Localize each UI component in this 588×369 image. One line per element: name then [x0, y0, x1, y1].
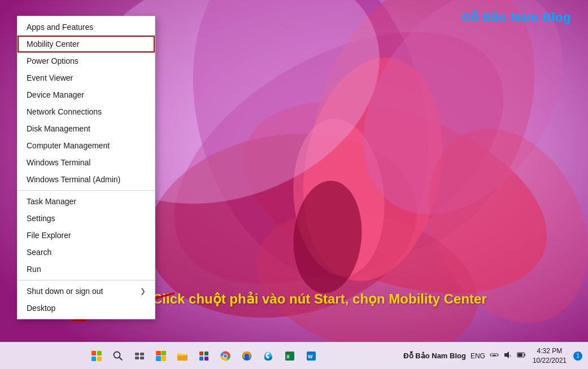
menu-separator-1	[18, 190, 155, 191]
menu-item-windows-terminal[interactable]: Windows Terminal	[18, 154, 155, 171]
menu-item-desktop[interactable]: Desktop	[18, 300, 155, 317]
menu-separator-2	[18, 280, 155, 280]
submenu-arrow-icon: ❯	[140, 287, 146, 295]
task-view-icon	[134, 351, 145, 361]
file-explorer-button[interactable]	[172, 346, 193, 366]
menu-item-run[interactable]: Run	[18, 261, 155, 278]
menu-item-settings[interactable]: Settings	[18, 210, 155, 227]
annotation-text: Click chuột phải vào nút Start, chọn Mob…	[153, 291, 487, 307]
menu-item-apps-features[interactable]: Apps and Features	[18, 19, 155, 36]
svg-text:X: X	[286, 354, 290, 359]
excel-icon: X	[285, 351, 295, 361]
menu-item-disk-management[interactable]: Disk Management	[18, 120, 155, 137]
firefox-icon	[241, 350, 252, 362]
svg-rect-23	[204, 352, 208, 355]
menu-item-task-manager[interactable]: Task Manager	[18, 193, 155, 210]
svg-point-28	[224, 354, 227, 358]
clock-date: 10/22/2021	[533, 356, 567, 366]
svg-rect-17	[135, 353, 139, 355]
firefox-button[interactable]	[237, 346, 257, 366]
menu-item-windows-terminal-admin[interactable]: Windows Terminal (Admin)	[18, 171, 155, 188]
svg-rect-36	[493, 355, 496, 356]
system-clock[interactable]: 4:32 PM 10/22/2021	[530, 345, 569, 367]
svg-rect-20	[140, 357, 144, 359]
menu-item-shut-down[interactable]: Shut down or sign out ❯	[18, 283, 155, 300]
taskbar: X W Đỗ Bảo Nam Blog ENG	[0, 342, 588, 369]
svg-rect-18	[140, 353, 144, 355]
svg-rect-25	[204, 357, 208, 361]
network-icon[interactable]	[490, 350, 499, 361]
excel-button[interactable]: X	[280, 346, 300, 366]
battery-icon[interactable]	[517, 350, 526, 361]
menu-item-network-connections[interactable]: Network Connections	[18, 103, 155, 120]
office-button[interactable]	[194, 346, 214, 366]
menu-item-search[interactable]: Search	[18, 244, 155, 261]
task-view-button[interactable]	[129, 346, 150, 366]
edge-icon	[263, 350, 274, 362]
clock-time: 4:32 PM	[533, 346, 567, 356]
search-icon	[113, 351, 123, 361]
taskbar-center: X W	[5, 346, 403, 366]
notification-badge[interactable]: 1	[573, 352, 582, 361]
file-explorer-icon	[177, 351, 188, 361]
menu-item-event-viewer[interactable]: Event Viewer	[18, 69, 155, 86]
office-icon	[199, 351, 209, 361]
svg-point-30	[245, 354, 249, 358]
word-icon: W	[306, 351, 316, 361]
taskbar-right: Đỗ Bảo Nam Blog ENG x	[403, 345, 588, 367]
blog-watermark: Đỗ Bảo Nam Blog	[461, 10, 571, 25]
svg-rect-19	[135, 357, 139, 359]
start-button[interactable]	[86, 346, 107, 366]
chrome-button[interactable]	[215, 346, 236, 366]
svg-line-16	[119, 357, 122, 360]
svg-marker-37	[504, 352, 509, 358]
menu-item-computer-management[interactable]: Computer Management	[18, 137, 155, 154]
store-button[interactable]	[151, 346, 171, 366]
menu-item-mobility-center[interactable]: Mobility Center	[18, 36, 155, 52]
menu-item-power-options[interactable]: Power Options	[18, 52, 155, 69]
edge-button[interactable]	[258, 346, 278, 366]
word-button[interactable]: W	[301, 346, 321, 366]
chrome-icon	[220, 350, 231, 362]
menu-item-device-manager[interactable]: Device Manager	[18, 86, 155, 103]
svg-text:x: x	[509, 354, 511, 357]
taskbar-search-button[interactable]	[108, 346, 128, 366]
volume-icon[interactable]: x	[503, 350, 512, 361]
windows-logo-icon	[92, 351, 102, 361]
svg-text:W: W	[308, 354, 313, 359]
svg-rect-41	[518, 353, 522, 357]
menu-item-file-explorer[interactable]: File Explorer	[18, 227, 155, 244]
svg-rect-40	[524, 354, 525, 356]
svg-rect-22	[199, 352, 203, 355]
desktop: Đỗ Bảo Nam Blog Apps and Features Mobili…	[0, 0, 588, 369]
svg-rect-24	[199, 357, 203, 361]
context-menu: Apps and Features Mobility Center Power …	[17, 16, 155, 319]
taskbar-blog-text: Đỗ Bảo Nam Blog	[403, 352, 466, 360]
taskbar-language[interactable]: ENG	[471, 352, 485, 360]
store-icon	[156, 351, 166, 361]
